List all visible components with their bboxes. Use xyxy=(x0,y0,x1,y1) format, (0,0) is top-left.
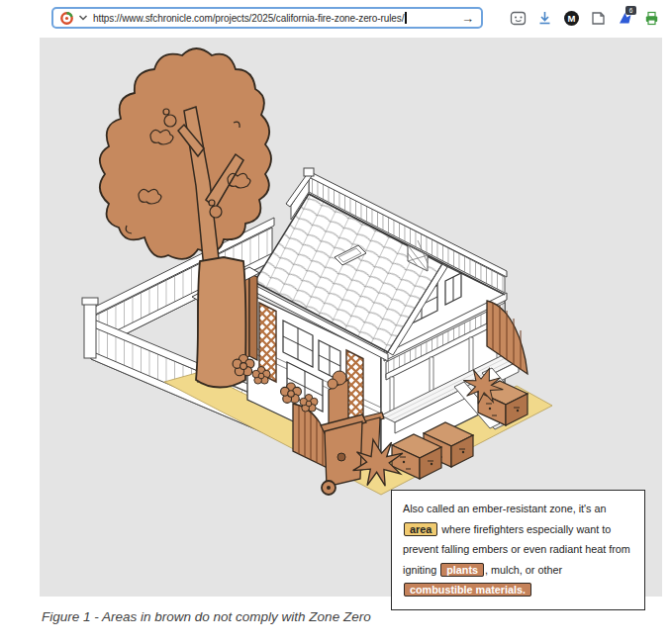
m-monogram-icon[interactable]: M xyxy=(563,10,580,27)
notification-badge: 6 xyxy=(625,6,636,15)
highlight-plants: plants xyxy=(440,563,484,577)
chevron-down-icon[interactable] xyxy=(78,14,88,22)
go-arrow-button[interactable]: → xyxy=(461,12,474,25)
highlight-area: area xyxy=(404,522,437,536)
extensions-icon[interactable] xyxy=(590,10,607,27)
printer-icon[interactable] xyxy=(643,10,660,27)
download-icon[interactable] xyxy=(536,10,553,27)
mask-face-icon[interactable] xyxy=(510,10,527,27)
figure-caption: Figure 1 - Areas in brown do not comply … xyxy=(42,609,371,624)
url-input[interactable]: https://www.sfchronicle.com/projects/202… xyxy=(93,12,456,24)
browser-toolbar: https://www.sfchronicle.com/projects/202… xyxy=(0,0,672,38)
definition-tooltip: Also called an ember-resistant zone, it'… xyxy=(391,490,645,610)
notification-extension-icon[interactable]: 6 xyxy=(617,10,633,27)
toolbar-icons: M 6 xyxy=(510,10,660,27)
tooltip-text: Also called an ember-resistant zone, it'… xyxy=(403,503,607,514)
text-caret xyxy=(405,12,407,24)
highlight-combustible-materials: combustible materials. xyxy=(404,583,531,597)
url-bar[interactable]: https://www.sfchronicle.com/projects/202… xyxy=(51,7,483,29)
tooltip-text: , mulch, or other xyxy=(485,564,562,576)
site-favicon-icon[interactable] xyxy=(60,12,73,25)
